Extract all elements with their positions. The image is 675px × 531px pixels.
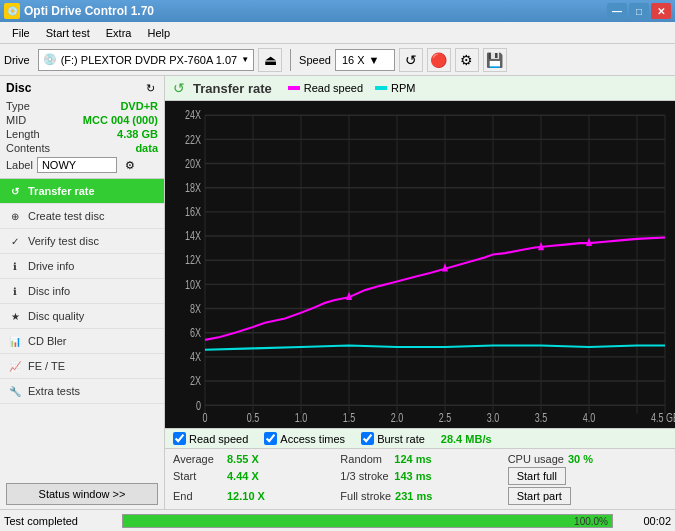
svg-text:2X: 2X <box>190 374 202 388</box>
nav-cd-bler[interactable]: 📊 CD Bler <box>0 329 164 354</box>
svg-text:3.0: 3.0 <box>487 411 499 425</box>
disc-mid-row: MID MCC 004 (000) <box>6 114 158 126</box>
nav-disc-quality-label: Disc quality <box>28 310 84 322</box>
nav-disc-quality[interactable]: ★ Disc quality <box>0 304 164 329</box>
nav-disc-info[interactable]: ℹ Disc info <box>0 279 164 304</box>
drive-toolbar: Drive 💿 (F:) PLEXTOR DVDR PX-760A 1.07 ▼… <box>0 44 675 76</box>
speed-dropdown-arrow: ▼ <box>369 54 380 66</box>
svg-text:1.5: 1.5 <box>343 411 355 425</box>
drive-select[interactable]: 💿 (F:) PLEXTOR DVDR PX-760A 1.07 ▼ <box>38 49 254 71</box>
maximize-button[interactable]: □ <box>629 3 649 19</box>
settings-button[interactable]: ⚙ <box>455 48 479 72</box>
disc-mid-val: MCC 004 (000) <box>83 114 158 126</box>
stat-random-row: Random 124 ms <box>340 453 499 465</box>
nav-drive-info-label: Drive info <box>28 260 74 272</box>
fe-te-icon: 📈 <box>8 359 22 373</box>
stat-cpu-key: CPU usage <box>508 453 564 465</box>
svg-text:4X: 4X <box>190 350 202 364</box>
nav-transfer-rate[interactable]: ↺ Transfer rate <box>0 179 164 204</box>
nav-extra-tests[interactable]: 🔧 Extra tests <box>0 379 164 404</box>
speed-value: 16 X <box>342 54 365 66</box>
disc-mid-key: MID <box>6 114 26 126</box>
stat-end-key: End <box>173 490 223 502</box>
svg-text:2.0: 2.0 <box>391 411 403 425</box>
menu-help[interactable]: Help <box>139 22 178 43</box>
svg-text:6X: 6X <box>190 325 202 339</box>
disc-info-icon: ℹ <box>8 284 22 298</box>
disc-type-row: Type DVD+R <box>6 100 158 112</box>
read-speed-checkbox[interactable] <box>173 432 186 445</box>
save-button[interactable]: 💾 <box>483 48 507 72</box>
statusbar: Test completed 100.0% 00:02 <box>0 509 675 531</box>
svg-text:8X: 8X <box>190 301 202 315</box>
svg-rect-0 <box>165 101 675 428</box>
stat-cpu-row: CPU usage 30 % <box>508 453 667 465</box>
erase-button[interactable]: 🔴 <box>427 48 451 72</box>
right-panel: ↺ Transfer rate Read speed RPM <box>165 76 675 509</box>
start-full-button[interactable]: Start full <box>508 467 566 485</box>
nav-drive-info[interactable]: ℹ Drive info <box>0 254 164 279</box>
titlebar-controls: — □ ✕ <box>607 3 671 19</box>
stat-full-stroke-row: Full stroke 231 ms <box>340 487 499 505</box>
speed-select[interactable]: 16 X ▼ <box>335 49 395 71</box>
create-disc-icon: ⊕ <box>8 209 22 223</box>
checkbox-read-speed[interactable]: Read speed <box>173 432 248 445</box>
app-title: Opti Drive Control 1.70 <box>24 4 154 18</box>
burst-rate-checkbox[interactable] <box>361 432 374 445</box>
nav-disc-info-label: Disc info <box>28 285 70 297</box>
disc-label-key: Label <box>6 159 33 171</box>
checkbox-burst-rate[interactable]: Burst rate <box>361 432 425 445</box>
access-times-label: Access times <box>280 433 345 445</box>
minimize-button[interactable]: — <box>607 3 627 19</box>
status-text: Test completed <box>4 515 114 527</box>
drive-label: Drive <box>4 54 34 66</box>
svg-text:3.5: 3.5 <box>535 411 547 425</box>
svg-text:16X: 16X <box>185 205 202 219</box>
nav-create-disc-label: Create test disc <box>28 210 104 222</box>
chart-icon: ↺ <box>173 80 185 96</box>
close-button[interactable]: ✕ <box>651 3 671 19</box>
start-part-button[interactable]: Start part <box>508 487 571 505</box>
disc-refresh-button[interactable]: ↻ <box>142 80 158 96</box>
progress-percent: 100.0% <box>574 515 608 529</box>
chart-controls: Read speed Access times Burst rate 28.4 … <box>165 428 675 448</box>
stat-start-part-row: Start part <box>508 487 667 505</box>
cd-bler-icon: 📊 <box>8 334 22 348</box>
stat-full-stroke-key: Full stroke <box>340 490 391 502</box>
disc-length-val: 4.38 GB <box>117 128 158 140</box>
svg-text:4.5 GB: 4.5 GB <box>651 411 675 425</box>
menu-start-test[interactable]: Start test <box>38 22 98 43</box>
refresh-button[interactable]: ↺ <box>399 48 423 72</box>
status-window-button[interactable]: Status window >> <box>6 483 158 505</box>
speed-label: Speed <box>299 54 331 66</box>
access-times-checkbox[interactable] <box>264 432 277 445</box>
checkbox-access-times[interactable]: Access times <box>264 432 345 445</box>
burst-rate-value: 28.4 MB/s <box>441 433 492 445</box>
progress-bar <box>123 515 612 527</box>
svg-text:0.5: 0.5 <box>247 411 259 425</box>
disc-type-val: DVD+R <box>120 100 158 112</box>
legend-rpm-label: RPM <box>391 82 415 94</box>
progress-bar-container: 100.0% <box>122 514 613 528</box>
stat-start-val: 4.44 X <box>227 470 259 482</box>
stat-start-full-row: Start full <box>508 467 667 485</box>
svg-text:2.5: 2.5 <box>439 411 451 425</box>
nav-cd-bler-label: CD Bler <box>28 335 67 347</box>
drive-dropdown-arrow: ▼ <box>241 55 249 64</box>
menu-extra[interactable]: Extra <box>98 22 140 43</box>
disc-label-input[interactable] <box>37 157 117 173</box>
disc-contents-key: Contents <box>6 142 50 154</box>
status-time: 00:02 <box>621 515 671 527</box>
disc-quality-icon: ★ <box>8 309 22 323</box>
nav-fe-te[interactable]: 📈 FE / TE <box>0 354 164 379</box>
menu-file[interactable]: File <box>4 22 38 43</box>
svg-text:20X: 20X <box>185 156 202 170</box>
disc-type-key: Type <box>6 100 30 112</box>
disc-label-edit-button[interactable]: ⚙ <box>121 156 139 174</box>
stat-cpu-val: 30 % <box>568 453 593 465</box>
nav-create-test-disc[interactable]: ⊕ Create test disc <box>0 204 164 229</box>
app-icon: 💿 <box>4 3 20 19</box>
drive-eject-button[interactable]: ⏏ <box>258 48 282 72</box>
nav-verify-test-disc[interactable]: ✓ Verify test disc <box>0 229 164 254</box>
left-panel: Disc ↻ Type DVD+R MID MCC 004 (000) Leng… <box>0 76 165 509</box>
